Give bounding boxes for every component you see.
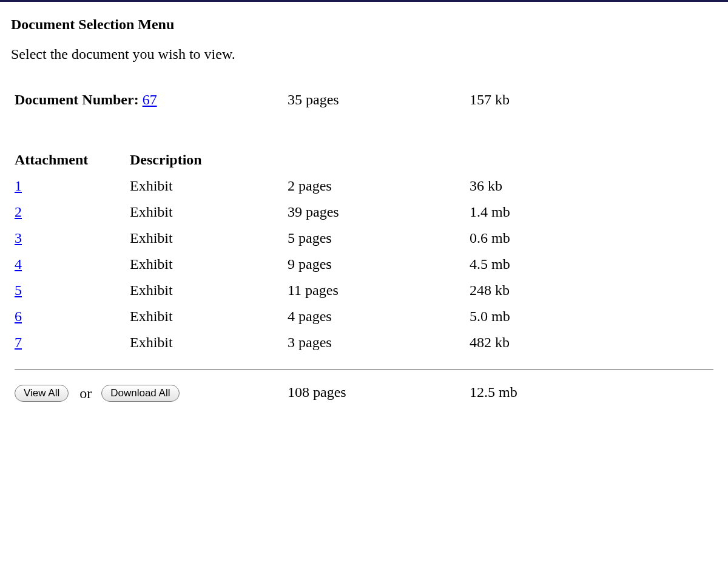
attachment-link[interactable]: 7 bbox=[15, 334, 22, 350]
document-row: Document Number: 67 35 pages 157 kb bbox=[11, 87, 717, 113]
page-title: Document Selection Menu bbox=[11, 16, 717, 33]
attachment-description: Exhibit bbox=[126, 199, 284, 225]
attachment-row: 7Exhibit3 pages482 kb bbox=[11, 330, 717, 356]
attachment-pages: 11 pages bbox=[284, 277, 466, 303]
attachment-description: Exhibit bbox=[126, 330, 284, 356]
attachment-description: Exhibit bbox=[126, 225, 284, 251]
totals-row: View All or Download All 108 pages 12.5 … bbox=[11, 379, 717, 407]
attachment-row: 2Exhibit39 pages1.4 mb bbox=[11, 199, 717, 225]
view-all-button[interactable]: View All bbox=[15, 385, 69, 402]
attachment-pages: 39 pages bbox=[284, 199, 466, 225]
attachment-link[interactable]: 3 bbox=[15, 230, 22, 246]
col-header-description: Description bbox=[126, 147, 284, 173]
document-size: 157 kb bbox=[466, 87, 717, 113]
attachment-link[interactable]: 6 bbox=[15, 308, 22, 324]
attachment-description: Exhibit bbox=[126, 277, 284, 303]
attachment-row: 6Exhibit4 pages5.0 mb bbox=[11, 303, 717, 330]
attachment-pages: 2 pages bbox=[284, 173, 466, 199]
instruction-text: Select the document you wish to view. bbox=[11, 46, 717, 63]
or-text: or bbox=[79, 385, 92, 402]
total-pages: 108 pages bbox=[284, 379, 466, 407]
total-size: 12.5 mb bbox=[466, 379, 717, 407]
document-table: Document Number: 67 35 pages 157 kb Atta… bbox=[11, 87, 717, 407]
attachment-link[interactable]: 4 bbox=[15, 256, 22, 272]
attachment-pages: 4 pages bbox=[284, 303, 466, 330]
attachment-pages: 3 pages bbox=[284, 330, 466, 356]
attachment-description: Exhibit bbox=[126, 173, 284, 199]
attachments-body: 1Exhibit2 pages36 kb2Exhibit39 pages1.4 … bbox=[11, 173, 717, 356]
divider-row bbox=[11, 356, 717, 379]
attachment-size: 4.5 mb bbox=[466, 251, 717, 277]
attachment-size: 5.0 mb bbox=[466, 303, 717, 330]
document-pages: 35 pages bbox=[284, 87, 466, 113]
attachment-link[interactable]: 2 bbox=[15, 204, 22, 220]
attachment-pages: 5 pages bbox=[284, 225, 466, 251]
attachment-pages: 9 pages bbox=[284, 251, 466, 277]
attachment-row: 3Exhibit5 pages0.6 mb bbox=[11, 225, 717, 251]
attachment-size: 482 kb bbox=[466, 330, 717, 356]
divider bbox=[15, 369, 713, 370]
attachment-size: 0.6 mb bbox=[466, 225, 717, 251]
document-number-label: Document Number: bbox=[15, 92, 139, 107]
attachment-link[interactable]: 5 bbox=[15, 282, 22, 298]
attachment-size: 1.4 mb bbox=[466, 199, 717, 225]
attachment-row: 4Exhibit9 pages4.5 mb bbox=[11, 251, 717, 277]
top-rule bbox=[0, 0, 728, 2]
document-number-link[interactable]: 67 bbox=[143, 92, 157, 107]
attachment-description: Exhibit bbox=[126, 251, 284, 277]
attachment-description: Exhibit bbox=[126, 303, 284, 330]
col-header-attachment: Attachment bbox=[11, 147, 126, 173]
attachment-row: 5Exhibit11 pages248 kb bbox=[11, 277, 717, 303]
download-all-button[interactable]: Download All bbox=[101, 385, 179, 402]
attachment-link[interactable]: 1 bbox=[15, 178, 22, 194]
attachment-size: 36 kb bbox=[466, 173, 717, 199]
attachment-row: 1Exhibit2 pages36 kb bbox=[11, 173, 717, 199]
attachments-header-row: Attachment Description bbox=[11, 147, 717, 173]
spacer bbox=[11, 113, 717, 147]
attachment-size: 248 kb bbox=[466, 277, 717, 303]
